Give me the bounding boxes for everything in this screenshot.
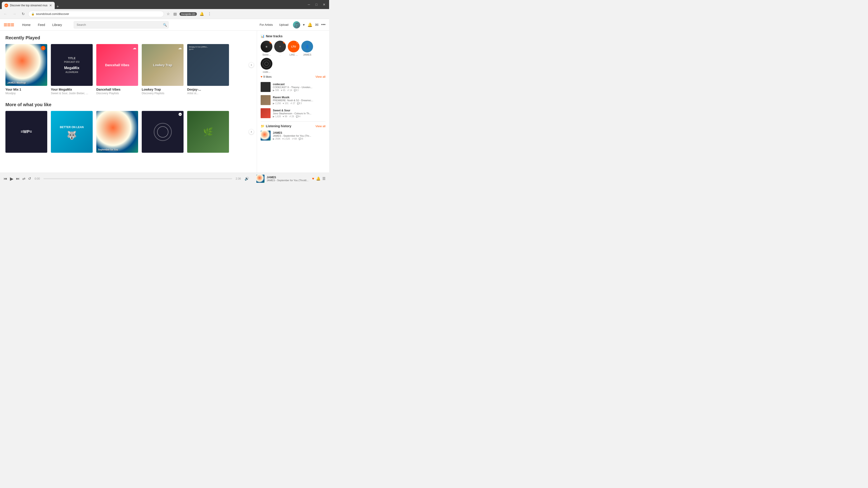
track-stats: ▶ 1,620 ♥ 99 ↺ 29 💬 4 [273,115,326,118]
back-button[interactable]: ← [2,11,9,17]
new-track-avatar[interactable]: ▦ ≡ Swee... [260,41,272,56]
list-item[interactable]: BETTER ON LEAN 🐺 [51,111,93,153]
search-icon[interactable]: 🔍 [163,23,167,27]
upload-button[interactable]: Upload [277,22,290,27]
track-info: codecast CODECAST X - Theony - Unrelen..… [273,83,326,92]
list-item[interactable]: September for You [96,111,138,153]
listening-history-section: 📁 Listening history View all JAMES JAMES… [260,124,326,140]
sc-logo[interactable]: ≡≡≡ [4,21,14,29]
new-track-avatar[interactable]: • ≡ . [274,41,286,56]
sc-search: 🔍 [74,21,168,29]
messages-icon[interactable]: ✉ [315,22,318,27]
track-item[interactable]: Raven Musik PREMIERE: Nosh & SJ - Dreams… [260,95,326,105]
new-tab-button[interactable]: + [55,4,61,9]
close-button[interactable]: ✕ [321,2,327,7]
play-button[interactable]: ▶ [10,176,13,182]
volume-icon[interactable]: 🔊 [245,176,249,181]
list-item[interactable]: ☁ Dancehall Vibes Dancehall Vibes Discov… [96,44,138,95]
like-button[interactable]: ♥ [312,177,314,181]
total-duration: 2:36 [236,177,241,180]
card-image: Deejay-G Cox (Offici... gycox [187,44,229,86]
shuffle-button[interactable]: ⇄ [22,176,25,181]
nav-feed[interactable]: Feed [35,22,48,28]
card-subtitle: Discovery Playlists [96,92,138,95]
track-stats: ▶ 2,250 ♥ 101 ↺ 27 💬 3 [273,102,326,105]
incognito-badge[interactable]: Incognito (2) [180,12,197,16]
comment-count: 💬 8 [299,138,303,140]
cards-next-button[interactable]: › [249,62,254,68]
history-item[interactable]: JAMES JAMES - September for You (Thr... … [260,131,326,140]
user-avatar[interactable]: 🎵 [293,21,300,29]
card-image: 🌿 [187,111,229,153]
list-item[interactable]: 🌿 [187,111,229,153]
sc-nav: Home Feed Library [20,22,65,28]
list-item[interactable]: Deejay-G Cox (Offici... gycox Deejay-...… [187,44,229,95]
track-item[interactable]: codecast CODECAST X - Theony - Unrelen..… [260,82,326,92]
history-info: JAMES JAMES - September for You (Thr... … [273,131,326,140]
list-item[interactable]: TITLE PODCAST 072 MegaMix ALDAREAN Your … [51,44,93,95]
track-artist: codecast [273,83,326,86]
track-name: CODECAST X - Theony - Unrelen... [273,86,326,89]
menu-icon[interactable]: ⋮ [207,11,212,17]
like-count: ♥ 101 [283,102,288,105]
skip-back-button[interactable]: ⏮ [4,177,7,181]
listening-history-header: 📁 Listening history View all [260,124,326,128]
track-artist: Sweet & Sour [273,109,326,112]
recently-played-cards: JAMES Mashup ≡ Your Mix 1 Moodjoy TITLE … [5,44,251,95]
avatar-dropdown-icon[interactable]: ▾ [303,23,305,27]
more-options-icon[interactable]: ••• [321,22,326,27]
waveform-icon: 📊 [260,34,265,38]
player-song-title: JAMES - September for You (Throttl... [267,179,309,182]
repeat-button[interactable]: ↺ [28,176,31,181]
reload-button[interactable]: ↻ [20,11,26,17]
repost-button[interactable]: 🔔 [316,176,320,181]
orange-badge: ≡ [297,41,300,43]
window-controls: ─ □ ✕ [306,2,327,7]
notifications-bell-icon[interactable]: 🔔 [307,22,312,27]
forward-button[interactable]: → [11,11,18,17]
tab-favicon: SC [4,4,8,7]
tab-close-icon[interactable]: ✕ [49,4,52,7]
address-bar[interactable]: 🔒 soundcloud.com/discover [28,11,164,17]
new-track-avatar[interactable]: code... [260,58,272,73]
track-stats: ▶ 595 ♥ 65 ↺ 14 💬 3 [273,89,326,92]
more-like-title: More of what you like [5,102,251,107]
avatar-circle: • ≡ [274,41,286,53]
skip-forward-button[interactable]: ⏭ [16,177,20,181]
restore-button[interactable]: □ [314,2,319,7]
search-input[interactable] [74,21,168,29]
queue-button[interactable]: ☰ [322,176,326,181]
history-view-all-link[interactable]: View all [315,125,326,128]
for-artists-button[interactable]: For Artists [258,22,275,27]
sc-logo-icon: ≡≡≡ [4,21,14,29]
bookmark-icon[interactable]: ☆ [166,11,170,17]
new-track-avatar[interactable]: LTU ≡ LIKE ... [288,41,300,56]
card-title: Lowkey Trap [142,88,184,91]
repost-count: ↺ 29 [289,115,294,118]
notifications-icon[interactable]: 🔔 [199,11,205,17]
sidebar-toggle-icon[interactable]: ▤ [173,11,178,17]
list-item[interactable]: ☁ Lowkey Trap Lowkey Trap Discovery Play… [142,44,184,95]
avatar-label: code... [263,70,270,73]
list-item[interactable]: JAMES Mashup ≡ Your Mix 1 Moodjoy [5,44,47,95]
view-all-link[interactable]: View all [315,75,326,78]
list-item[interactable]: =WP= [5,111,47,153]
history-thumbnail [260,131,271,140]
avatar-circle: LTU ≡ [288,41,300,53]
card-image: ☁ Dancehall Vibes [96,44,138,86]
active-tab[interactable]: SC Discover the top streamed mus ✕ [2,2,55,9]
list-item[interactable]: ● [142,111,184,153]
minimize-button[interactable]: ─ [306,2,312,7]
track-info: Raven Musik PREMIERE: Nosh & SJ - Dreams… [273,96,326,105]
track-thumbnail [260,108,271,118]
track-item[interactable]: Sweet & Sour Jono Stephenson - Colours I… [260,108,326,118]
track-thumbnail [260,82,271,92]
player-artist: JAMES [267,176,309,179]
progress-bar[interactable] [43,178,232,179]
nav-home[interactable]: Home [20,22,33,28]
sc-main: Recently Played JAMES Mashup ≡ Your Mix … [0,31,329,173]
new-track-avatar[interactable]: 👤 JAMES [301,41,313,56]
cards-next-button-2[interactable]: › [249,129,254,134]
nav-library[interactable]: Library [50,22,65,28]
card-title: Your Mix 1 [5,88,47,91]
